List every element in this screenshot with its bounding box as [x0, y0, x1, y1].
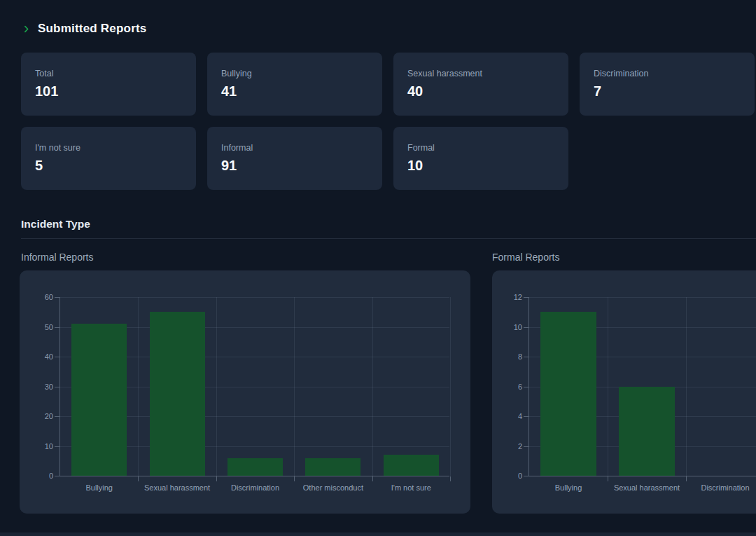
- incident-type-heading: Incident Type: [21, 218, 90, 231]
- y-axis-tick-mark: [524, 327, 528, 328]
- dashboard-page: Submitted Reports Total 101 Bullying 41 …: [0, 0, 756, 536]
- chevron-right-icon[interactable]: [21, 24, 31, 34]
- gridline-x-boundary: [138, 297, 139, 476]
- y-axis-tick-label: 0: [25, 471, 53, 481]
- x-axis-tick-mark: [372, 476, 373, 481]
- stat-label: Informal: [221, 143, 368, 153]
- gridline-x-boundary: [372, 297, 373, 476]
- stat-value: 5: [35, 157, 182, 174]
- stat-label: Bullying: [221, 69, 368, 79]
- y-axis-tick-label: 8: [494, 352, 522, 362]
- stat-value: 101: [35, 83, 182, 99]
- y-axis-tick-label: 30: [25, 382, 53, 392]
- stats-grid: Total 101 Bullying 41 Sexual harassment …: [21, 53, 755, 190]
- submitted-reports-header: Submitted Reports: [21, 22, 146, 36]
- y-axis-tick-mark: [524, 446, 528, 447]
- gridline-x-boundary: [686, 297, 687, 476]
- section-divider: [21, 238, 756, 239]
- stat-value: 7: [594, 83, 741, 99]
- x-axis-category-label: Sexual harassment: [138, 483, 216, 492]
- x-axis-category-label: I'm not sure: [372, 483, 450, 492]
- y-axis-tick-mark: [55, 476, 59, 476]
- x-axis-tick-mark: [294, 476, 295, 481]
- y-axis-tick-mark: [524, 416, 528, 417]
- stat-card-informal: Informal 91: [207, 127, 382, 190]
- bar-i-m-not-sure: [384, 455, 439, 476]
- y-axis-tick-mark: [524, 387, 528, 387]
- gridline-x-boundary: [216, 297, 217, 476]
- gridline-y-60: [60, 297, 449, 298]
- y-axis-tick-label: 12: [494, 292, 522, 302]
- y-axis-tick-label: 2: [494, 441, 522, 451]
- stat-card-sexual-harassment: Sexual harassment 40: [393, 53, 568, 116]
- x-axis-category-label: Other misconduct: [294, 483, 372, 492]
- informal-reports-chart-title: Informal Reports: [21, 252, 93, 263]
- x-axis-category-label: Sexual harassment: [608, 483, 686, 492]
- stat-label: Formal: [407, 143, 554, 153]
- gridline-y-12: [529, 297, 756, 298]
- informal-reports-chart-panel: 0102030405060BullyingSexual harassmentDi…: [20, 270, 470, 514]
- page-title: Submitted Reports: [38, 22, 146, 36]
- y-axis-tick-mark: [55, 297, 59, 298]
- y-axis-tick-label: 6: [494, 382, 522, 392]
- stat-card-bullying: Bullying 41: [207, 53, 382, 116]
- x-axis-tick-mark: [450, 476, 451, 481]
- y-axis-tick-mark: [524, 476, 528, 476]
- bar-other-misconduct: [305, 458, 360, 476]
- x-axis-category-label: Bullying: [60, 483, 138, 492]
- stat-value: 10: [407, 157, 554, 174]
- gridline-x-boundary: [608, 297, 608, 476]
- stat-value: 41: [221, 83, 368, 99]
- stat-card-im-not-sure: I'm not sure 5: [21, 127, 196, 190]
- stat-card-discrimination: Discrimination 7: [580, 53, 755, 116]
- y-axis-tick-label: 20: [25, 411, 53, 421]
- x-axis-tick-mark: [686, 476, 687, 481]
- formal-reports-chart-panel: 024681012BullyingSexual harassmentDiscri…: [492, 270, 756, 514]
- y-axis-tick-label: 60: [25, 292, 53, 302]
- y-axis-tick-label: 4: [494, 411, 522, 421]
- x-axis-tick-mark: [216, 476, 217, 481]
- stat-card-formal: Formal 10: [393, 127, 568, 190]
- next-section-edge: [0, 532, 756, 536]
- y-axis-tick-mark: [55, 357, 59, 357]
- stat-label: Sexual harassment: [407, 69, 554, 79]
- informal-reports-bar-chart: 0102030405060BullyingSexual harassmentDi…: [59, 297, 449, 476]
- stat-label: Total: [35, 69, 182, 79]
- y-axis-tick-label: 40: [25, 352, 53, 362]
- x-axis-category-label: Discrimination: [216, 483, 294, 492]
- gridline-x-boundary: [450, 297, 451, 476]
- x-axis-tick-mark: [138, 476, 139, 481]
- stat-card-total: Total 101: [21, 53, 196, 116]
- gridline-x-boundary: [294, 297, 295, 476]
- y-axis-tick-label: 10: [25, 441, 53, 451]
- y-axis-tick-mark: [55, 446, 59, 447]
- x-axis-tick-mark: [608, 476, 608, 481]
- bar-sexual-harassment: [150, 312, 205, 476]
- stat-label: Discrimination: [594, 69, 741, 79]
- formal-reports-bar-chart: 024681012BullyingSexual harassmentDiscri…: [528, 297, 756, 476]
- y-axis-tick-label: 0: [494, 471, 522, 481]
- stat-value: 91: [221, 157, 368, 174]
- y-axis-tick-mark: [55, 327, 59, 328]
- stat-label: I'm not sure: [35, 143, 182, 153]
- formal-reports-chart-title: Formal Reports: [492, 252, 559, 263]
- bar-bullying: [71, 324, 127, 476]
- y-axis-tick-mark: [524, 297, 528, 298]
- y-axis-tick-label: 50: [25, 322, 53, 332]
- y-axis-tick-mark: [55, 416, 59, 417]
- stat-value: 40: [407, 83, 554, 99]
- y-axis-tick-label: 10: [494, 322, 522, 332]
- bar-sexual-harassment: [619, 387, 675, 476]
- x-axis-category-label: Bullying: [529, 483, 608, 492]
- x-axis-category-label: Discrimination: [686, 483, 756, 492]
- bar-bullying: [540, 312, 596, 476]
- bar-discrimination: [227, 458, 283, 476]
- y-axis-tick-mark: [524, 357, 528, 357]
- y-axis-tick-mark: [55, 387, 59, 387]
